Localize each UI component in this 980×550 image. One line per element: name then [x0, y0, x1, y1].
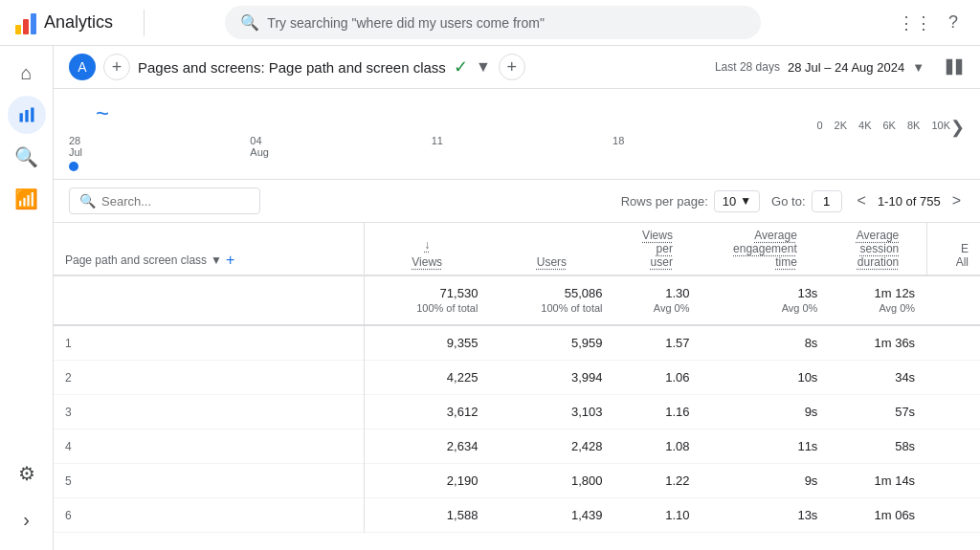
chart-line-icon: ~: [96, 100, 109, 127]
row-extra-cell: [926, 429, 980, 464]
chart-x-label-3: 11: [432, 135, 612, 158]
row-views-cell: 3,612: [365, 395, 490, 429]
add-metric-button[interactable]: +: [499, 54, 525, 80]
rows-select-chevron-icon: ▼: [740, 194, 751, 208]
next-page-button[interactable]: >: [948, 190, 965, 211]
dim-dropdown-icon[interactable]: ▼: [211, 253, 222, 267]
sidebar-item-advertising[interactable]: 📶: [8, 180, 46, 218]
rows-per-page-select[interactable]: 10 ▼: [714, 190, 760, 212]
goto-label: Go to:: [771, 194, 805, 209]
main-layout: ⌂ 🔍 📶 ⚙ › A + Pages and screens: Page pa…: [0, 46, 980, 550]
row-number: 2: [65, 371, 84, 385]
toolbar-row: 🔍 Rows per page: 10 ▼ Go to: < 1-10 of 7…: [54, 180, 980, 223]
table-row: 1 9,355 5,959 1.57 8s 1m 36s: [54, 325, 980, 361]
table-body: 71,530 100% of total 55,086 100% of tota…: [54, 275, 980, 533]
col-users-text: Users: [537, 255, 567, 269]
chart-x-label-4: 18: [612, 135, 793, 158]
table-container: Page path and screen class ▼ + ↓ Views: [54, 223, 980, 533]
row-number: 3: [65, 406, 84, 419]
row-as-cell: 1m 06s: [829, 498, 926, 533]
row-users-cell: 2,428: [489, 429, 613, 464]
row-views-cell: 2,190: [365, 464, 490, 498]
row-views-cell: 1,588: [365, 498, 490, 533]
totals-views-value: 71,530: [440, 286, 479, 300]
row-vpu-cell: 1.22: [614, 464, 702, 498]
totals-views-cell: 71,530 100% of total: [365, 275, 490, 325]
chart-row: ~ 28Jul 04Aug 11 18 0 2K 4K 6K: [69, 97, 965, 158]
row-users-cell: 3,103: [489, 395, 613, 429]
col-header-ae[interactable]: Averageengagementtime: [702, 223, 830, 275]
top-nav: Analytics 🔍 Try searching "where did my …: [0, 0, 980, 46]
chart-placeholder: ~: [69, 97, 793, 135]
table-header: Page path and screen class ▼ + ↓ Views: [54, 223, 980, 275]
view-toggle-button[interactable]: [944, 56, 965, 77]
table-row: 6 1,588 1,439 1.10 13s 1m 06s: [54, 498, 980, 533]
table-search-icon: 🔍: [79, 193, 96, 209]
row-vpu-cell: 1.16: [614, 395, 702, 429]
row-as-cell: 1m 14s: [829, 464, 926, 498]
chart-legend-dot: [69, 162, 78, 171]
main-content: A + Pages and screens: Page path and scr…: [54, 46, 980, 550]
row-as-cell: 34s: [829, 361, 926, 395]
col-header-views[interactable]: ↓ Views: [365, 223, 490, 275]
dim-header-label: Page path and screen class: [65, 253, 207, 267]
title-dropdown-button[interactable]: ▼: [476, 58, 491, 76]
chart-label-8k: 8K: [907, 120, 920, 131]
chart-legend: [69, 158, 965, 175]
row-vpu-cell: 1.10: [614, 498, 702, 533]
totals-vpu-value: 1.30: [665, 286, 689, 300]
row-ae-cell: 10s: [702, 361, 830, 395]
row-extra-cell: [926, 395, 980, 429]
col-vpu-text: Viewsperuser: [642, 229, 673, 269]
totals-dimension-cell: [54, 275, 365, 325]
row-as-cell: 1m 36s: [829, 325, 926, 361]
col-header-vpu[interactable]: Viewsperuser: [614, 223, 702, 275]
col-label-users: Users: [501, 255, 602, 269]
totals-vpu-cell: 1.30 Avg 0%: [614, 275, 702, 325]
sidebar-bottom: ⚙ ›: [8, 454, 46, 550]
sidebar-item-expand[interactable]: ›: [8, 500, 46, 539]
chart-expand-icon[interactable]: ❯: [950, 117, 965, 138]
sidebar-item-reports[interactable]: [8, 96, 46, 134]
prev-page-button[interactable]: <: [854, 190, 870, 211]
col-header-as[interactable]: Averagesessionduration: [829, 223, 926, 275]
row-views-cell: 4,225: [365, 361, 490, 395]
row-extra-cell: [926, 325, 980, 361]
table-search-field[interactable]: 🔍: [69, 187, 260, 214]
dim-add-button[interactable]: +: [226, 252, 234, 269]
goto-input[interactable]: [812, 190, 842, 212]
apps-icon[interactable]: ⋮⋮: [903, 11, 926, 34]
chart-label-10k: 10K: [931, 120, 950, 131]
sidebar-item-home[interactable]: ⌂: [8, 54, 46, 92]
rows-per-page-label: Rows per page:: [621, 194, 708, 209]
row-extra-cell: [926, 361, 980, 395]
row-ae-cell: 13s: [702, 498, 830, 533]
sidebar-item-settings[interactable]: ⚙: [8, 454, 46, 493]
date-range-label: Last 28 days: [715, 60, 780, 74]
sidebar-item-explore[interactable]: 🔍: [8, 138, 46, 176]
row-number: 4: [65, 440, 84, 453]
totals-extra-cell: [926, 275, 980, 325]
col-label-views: ↓ Views: [376, 238, 478, 269]
row-vpu-cell: 1.08: [614, 429, 702, 464]
row-extra-cell: [926, 498, 980, 533]
totals-users-value: 55,086: [565, 286, 603, 300]
sub-header: A + Pages and screens: Page path and scr…: [54, 46, 980, 89]
nav-right: ⋮⋮ ?: [903, 11, 965, 34]
totals-users-sub: 100% of total: [541, 302, 602, 314]
date-range-chevron-icon[interactable]: ▼: [912, 60, 924, 75]
row-users-cell: 1,439: [489, 498, 613, 533]
logo-bar-blue: [31, 13, 36, 34]
table-search-input[interactable]: [101, 194, 250, 209]
sort-arrow-icon: ↓: [424, 238, 430, 252]
logo-bar-red: [23, 19, 29, 34]
date-range[interactable]: Last 28 days 28 Jul – 24 Aug 2024 ▼: [715, 60, 924, 75]
row-ae-cell: 11s: [702, 429, 830, 464]
add-comparison-button[interactable]: +: [103, 54, 130, 80]
chart-right-labels: 0 2K 4K 6K 8K 10K: [816, 120, 950, 131]
help-icon[interactable]: ?: [942, 11, 965, 34]
avatar[interactable]: A: [69, 54, 96, 80]
col-label-as: Averagesessionduration: [840, 229, 914, 269]
col-header-users[interactable]: Users: [489, 223, 613, 275]
global-search-bar[interactable]: 🔍 Try searching "where did my users come…: [225, 6, 761, 39]
